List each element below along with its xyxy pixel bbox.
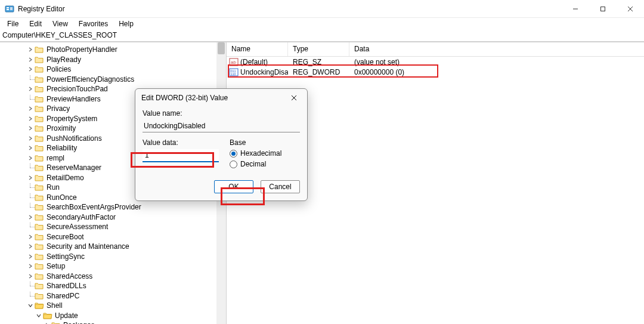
- value-type-icon: 011110: [229, 67, 239, 77]
- tree-item[interactable]: Update: [1, 311, 226, 321]
- tree-item-label: PrecisionTouchPad: [45, 85, 108, 93]
- tree-item-label: Policies: [45, 65, 71, 73]
- tree-joint-icon: [26, 163, 35, 172]
- folder-icon: [35, 272, 44, 280]
- folder-icon: [35, 292, 44, 300]
- folder-icon: [35, 233, 44, 241]
- chevron-right-icon[interactable]: [26, 65, 35, 73]
- tree-joint-icon: [26, 183, 35, 192]
- chevron-right-icon[interactable]: [26, 45, 35, 54]
- folder-icon: [35, 134, 44, 143]
- chevron-right-icon[interactable]: [26, 262, 35, 270]
- list-row[interactable]: 011110UndockingDisab...REG_DWORD0x000000…: [227, 67, 644, 77]
- folder-icon: [35, 183, 44, 192]
- value-name: (Default): [240, 58, 268, 66]
- tree-item-label: SharedDLLs: [45, 282, 86, 290]
- edit-dword-dialog: Edit DWORD (32-bit) Value Value name: Va…: [135, 88, 308, 201]
- menu-file[interactable]: File: [2, 18, 23, 29]
- maximize-button[interactable]: [589, 0, 617, 18]
- chevron-right-icon[interactable]: [26, 55, 35, 64]
- tree-item[interactable]: SearchBoxEventArgsProvider: [1, 202, 226, 212]
- folder-icon: [35, 174, 44, 182]
- chevron-right-icon[interactable]: [43, 321, 51, 324]
- folder-icon: [35, 282, 44, 290]
- regedit-app-icon: [5, 4, 14, 14]
- folder-icon: [35, 124, 44, 132]
- chevron-right-icon[interactable]: [26, 124, 35, 132]
- titlebar: Registry Editor: [0, 0, 644, 18]
- tree-item-label: ReserveManager: [45, 163, 101, 172]
- scrollbar-thumb[interactable]: [218, 42, 225, 54]
- tree-item-label: Privacy: [45, 104, 70, 113]
- chevron-right-icon[interactable]: [26, 213, 35, 221]
- column-name[interactable]: Name: [227, 42, 288, 56]
- value-type: REG_DWORD: [288, 68, 349, 76]
- tree-item-label: Reliability: [45, 144, 77, 152]
- tree-item[interactable]: SecondaryAuthFactor: [1, 212, 226, 223]
- chevron-right-icon[interactable]: [26, 115, 35, 123]
- tree-item-label: Security and Maintenance: [45, 242, 129, 251]
- close-button[interactable]: [617, 0, 644, 18]
- svg-rect-1: [7, 7, 9, 8]
- chevron-right-icon[interactable]: [26, 174, 35, 182]
- tree-item[interactable]: PhotoPropertyHandler: [1, 45, 226, 55]
- address-bar[interactable]: Computer\HKEY_CLASSES_ROOT: [0, 30, 644, 42]
- chevron-right-icon[interactable]: [26, 85, 35, 93]
- dialog-titlebar[interactable]: Edit DWORD (32-bit) Value: [135, 89, 307, 107]
- chevron-down-icon[interactable]: [26, 301, 35, 310]
- tree-joint-icon: [26, 282, 35, 290]
- tree-item[interactable]: PowerEfficiencyDiagnostics: [1, 75, 226, 85]
- tree-item-label: PowerEfficiencyDiagnostics: [45, 75, 134, 84]
- column-data[interactable]: Data: [349, 42, 493, 56]
- radio-decimal[interactable]: Decimal: [230, 160, 281, 168]
- tree-item[interactable]: Shell: [1, 301, 226, 311]
- chevron-right-icon[interactable]: [26, 252, 35, 261]
- tree-item[interactable]: SecureAssessment: [1, 222, 226, 232]
- chevron-right-icon[interactable]: [26, 134, 35, 143]
- tree-item[interactable]: SharedPC: [1, 291, 226, 301]
- tree-item[interactable]: Policies: [1, 64, 226, 75]
- tree-item[interactable]: SecureBoot: [1, 232, 226, 242]
- chevron-right-icon[interactable]: [26, 242, 35, 251]
- tree-item-label: Setup: [45, 262, 65, 270]
- tree-item[interactable]: Security and Maintenance: [1, 242, 226, 252]
- list-row[interactable]: ab(Default)REG_SZ(value not set): [227, 57, 644, 67]
- tree-item[interactable]: SharedDLLs: [1, 281, 226, 291]
- tree-item[interactable]: Setup: [1, 261, 226, 271]
- tree-item-label: SecureBoot: [45, 233, 84, 241]
- dialog-close-button[interactable]: [287, 91, 301, 105]
- chevron-right-icon[interactable]: [26, 272, 35, 280]
- menu-view[interactable]: View: [48, 18, 73, 29]
- menu-help[interactable]: Help: [114, 18, 138, 29]
- tree-item-label: SearchBoxEventArgsProvider: [45, 203, 141, 211]
- radio-hexadecimal[interactable]: Hexadecimal: [230, 149, 281, 158]
- value-name-field[interactable]: [143, 120, 300, 132]
- chevron-right-icon[interactable]: [26, 233, 35, 241]
- minimize-button[interactable]: [562, 0, 589, 18]
- tree-item-label: RetailDemo: [45, 174, 84, 182]
- annotation-highlight-ok: [221, 187, 265, 205]
- tree-item-label: Shell: [45, 301, 63, 310]
- window-controls: [562, 0, 644, 18]
- tree-item-label: Run: [45, 183, 60, 192]
- menu-favorites[interactable]: Favorites: [74, 18, 113, 29]
- base-group-label: Base: [230, 138, 281, 147]
- tree-item-label: PreviewHandlers: [45, 95, 101, 103]
- tree-item[interactable]: SettingSync: [1, 252, 226, 262]
- chevron-right-icon[interactable]: [26, 104, 35, 113]
- tree-item-label: Packages: [62, 321, 95, 324]
- tree-item-label: SettingSync: [45, 252, 85, 261]
- tree-joint-icon: [26, 223, 35, 231]
- cancel-button[interactable]: Cancel: [261, 180, 300, 193]
- chevron-right-icon[interactable]: [26, 154, 35, 162]
- tree-item-label: PropertySystem: [45, 115, 97, 123]
- folder-icon: [35, 213, 44, 221]
- chevron-down-icon[interactable]: [35, 311, 43, 320]
- tree-item[interactable]: Packages: [1, 320, 226, 324]
- tree-joint-icon: [26, 95, 35, 103]
- chevron-right-icon[interactable]: [26, 144, 35, 152]
- tree-item[interactable]: PlayReady: [1, 55, 226, 65]
- tree-item[interactable]: SharedAccess: [1, 271, 226, 282]
- menu-edit[interactable]: Edit: [24, 18, 47, 29]
- column-type[interactable]: Type: [288, 42, 349, 56]
